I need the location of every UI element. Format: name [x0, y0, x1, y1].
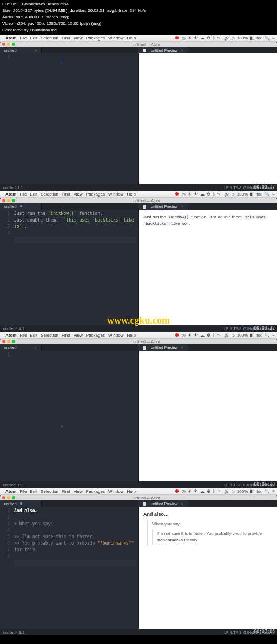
status-eol[interactable]: LF [224, 327, 228, 331]
gear-icon[interactable]: ⚙ [207, 36, 210, 41]
tab-untitled[interactable]: untitled× [0, 47, 42, 53]
search-icon[interactable]: 🔍 [265, 192, 270, 197]
status-file[interactable]: untitled [3, 483, 16, 487]
menu-file[interactable]: File [19, 333, 27, 338]
editor-pane[interactable]: 1 2 3 4 Just run the `initNow()` functio… [0, 210, 139, 325]
status-cursor[interactable]: 4:1 [19, 327, 24, 331]
menu-edit[interactable]: Edit [30, 489, 37, 494]
menu-atom[interactable]: Atom [5, 36, 16, 41]
eye-icon[interactable]: 👁 [194, 333, 198, 338]
search-icon[interactable]: 🔍 [265, 36, 270, 41]
cloud-icon[interactable]: ☁ [200, 489, 205, 494]
search-icon[interactable]: 🔍 [265, 333, 270, 338]
menu-window[interactable]: Window [108, 192, 123, 197]
menu-selection[interactable]: Selection [41, 489, 58, 494]
status-cursor[interactable]: 1:1 [17, 186, 23, 190]
battery-icon[interactable]: ▮▯ [250, 36, 254, 41]
window-titlebar[interactable]: untitled — Atom [0, 339, 277, 344]
zoom-icon[interactable] [12, 43, 15, 46]
battery-icon[interactable]: ▮▯ [250, 333, 254, 338]
menu-window[interactable]: Window [108, 489, 123, 494]
menu-packages[interactable]: Packages [86, 333, 105, 338]
notification-icon[interactable]: ≡ [272, 333, 275, 338]
eye-icon[interactable]: 👁 [194, 36, 198, 41]
tab-preview[interactable]: untitled Preview× [138, 47, 188, 53]
zoom-icon[interactable] [12, 199, 15, 202]
menu-help[interactable]: Help [127, 333, 135, 338]
menu-edit[interactable]: Edit [30, 36, 37, 41]
menu-view[interactable]: View [74, 36, 83, 41]
sun-icon[interactable]: ☀ [188, 192, 192, 197]
clock-icon[interactable]: ◷ [182, 333, 186, 338]
clock-icon[interactable]: ◷ [182, 489, 186, 494]
status-file[interactable]: untitled* [3, 630, 17, 634]
record-icon[interactable] [175, 36, 179, 39]
menu-help[interactable]: Help [127, 36, 135, 41]
cloud-icon[interactable]: ☁ [200, 36, 205, 41]
menu-selection[interactable]: Selection [41, 192, 58, 197]
wifi-icon[interactable]: ᯤ [217, 333, 222, 338]
user-label[interactable]: tdd [256, 192, 262, 197]
code-area[interactable]: And also… > When you say: >> I'm not sur… [12, 507, 138, 629]
menu-file[interactable]: File [19, 36, 27, 41]
tab-untitled[interactable]: untitled× [0, 344, 42, 351]
eye-icon[interactable]: 👁 [194, 192, 198, 197]
menu-atom[interactable]: Atom [5, 192, 16, 197]
battery-icon[interactable]: ▮▯ [250, 192, 254, 197]
bluetooth-icon[interactable]: ᛒ [213, 489, 215, 494]
tab-close-icon[interactable]: × [181, 205, 183, 209]
status-eol[interactable]: LF [224, 186, 228, 190]
wifi-icon[interactable]: ᯤ [217, 36, 222, 41]
tab-preview[interactable]: untitled Preview× [138, 203, 188, 210]
editor-pane[interactable]: 1 [0, 53, 139, 184]
tab-close-icon[interactable]: × [181, 346, 183, 350]
cloud-icon[interactable]: ☁ [200, 333, 205, 338]
menu-window[interactable]: Window [108, 333, 123, 338]
menu-help[interactable]: Help [127, 192, 135, 197]
window-titlebar[interactable]: untitled — Atom [0, 198, 277, 203]
play-icon[interactable]: ▷ [232, 489, 235, 494]
menu-view[interactable]: View [74, 489, 83, 494]
minimize-icon[interactable] [7, 199, 10, 202]
menu-packages[interactable]: Packages [86, 489, 105, 494]
tab-close-icon[interactable]: × [181, 502, 183, 506]
tab-preview[interactable]: untitled Preview× [138, 500, 188, 507]
menu-view[interactable]: View [74, 333, 83, 338]
sun-icon[interactable]: ☀ [188, 36, 192, 41]
status-enc[interactable]: UTF-8 [230, 327, 241, 331]
menu-help[interactable]: Help [127, 489, 135, 494]
editor-pane[interactable]: 1 2 3 4 5 6 7 8 And also… > When you say… [0, 507, 139, 629]
status-enc[interactable]: UTF-8 [230, 483, 241, 487]
traffic-lights[interactable] [2, 43, 15, 46]
volume-icon[interactable]: 🔊 [224, 489, 229, 494]
editor-pane[interactable]: 1 ⌖ [0, 351, 139, 481]
search-icon[interactable]: 🔍 [265, 489, 270, 494]
gear-icon[interactable]: ⚙ [207, 333, 210, 338]
status-file[interactable]: untitled* [3, 327, 17, 331]
bluetooth-icon[interactable]: ᛒ [213, 333, 215, 338]
status-file[interactable]: untitled [3, 186, 16, 190]
window-titlebar[interactable]: untitled — Atom [0, 42, 277, 47]
wifi-icon[interactable]: ᯤ [217, 192, 222, 197]
code-area[interactable]: Just run the `initNow()` function. Just … [12, 210, 138, 325]
status-eol[interactable]: LF [224, 483, 228, 487]
volume-icon[interactable]: 🔊 [224, 333, 229, 338]
menu-window[interactable]: Window [108, 36, 123, 41]
play-icon[interactable]: ▷ [232, 192, 235, 197]
tab-preview[interactable]: untitled Preview× [138, 344, 188, 351]
bluetooth-icon[interactable]: ᛒ [213, 36, 215, 41]
close-icon[interactable] [2, 340, 5, 343]
gear-icon[interactable]: ⚙ [207, 489, 210, 494]
battery-icon[interactable]: ▮▯ [250, 489, 254, 494]
menu-find[interactable]: Find [62, 36, 70, 41]
cloud-icon[interactable]: ☁ [200, 192, 205, 197]
tab-untitled[interactable]: untitled [0, 203, 42, 210]
volume-icon[interactable]: 🔊 [224, 36, 229, 41]
close-icon[interactable] [2, 496, 5, 499]
traffic-lights[interactable] [2, 340, 15, 343]
gear-icon[interactable]: ⚙ [207, 192, 210, 197]
menu-packages[interactable]: Packages [86, 36, 105, 41]
play-icon[interactable]: ▷ [232, 333, 235, 338]
menu-file[interactable]: File [19, 192, 27, 197]
traffic-lights[interactable] [2, 496, 15, 499]
